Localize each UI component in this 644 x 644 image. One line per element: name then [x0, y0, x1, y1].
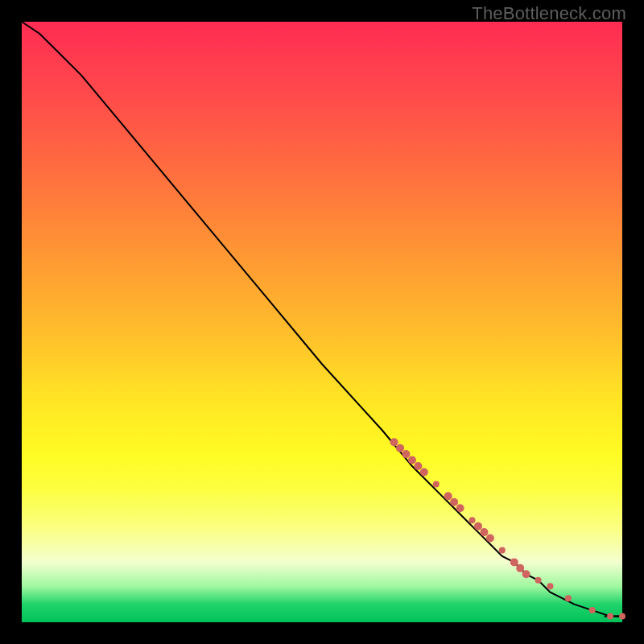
data-marker [390, 438, 398, 446]
data-marker [510, 558, 518, 566]
data-marker [396, 444, 404, 452]
plot-area [22, 22, 622, 622]
data-marker [408, 456, 416, 464]
data-marker [450, 498, 458, 506]
data-marker [420, 469, 428, 477]
data-marker [414, 462, 422, 470]
curve-line [22, 22, 622, 617]
data-marker [456, 504, 464, 512]
data-marker [444, 492, 452, 500]
data-marker [486, 535, 494, 543]
data-marker [516, 564, 524, 572]
data-marker [480, 528, 488, 536]
data-marker [469, 517, 476, 523]
data-marker [547, 583, 553, 589]
chart-svg [22, 22, 622, 622]
data-marker [619, 613, 625, 620]
watermark-text: TheBottleneck.com [472, 3, 626, 24]
data-marker [535, 577, 542, 584]
data-marker [402, 450, 410, 458]
data-marker [474, 522, 482, 530]
data-marker [565, 595, 572, 601]
marker-group [390, 438, 625, 619]
data-marker [607, 613, 613, 620]
data-marker [522, 570, 530, 578]
data-marker [589, 607, 596, 613]
data-marker [433, 481, 440, 487]
chart-container: TheBottleneck.com [0, 0, 644, 644]
data-marker [499, 547, 506, 553]
